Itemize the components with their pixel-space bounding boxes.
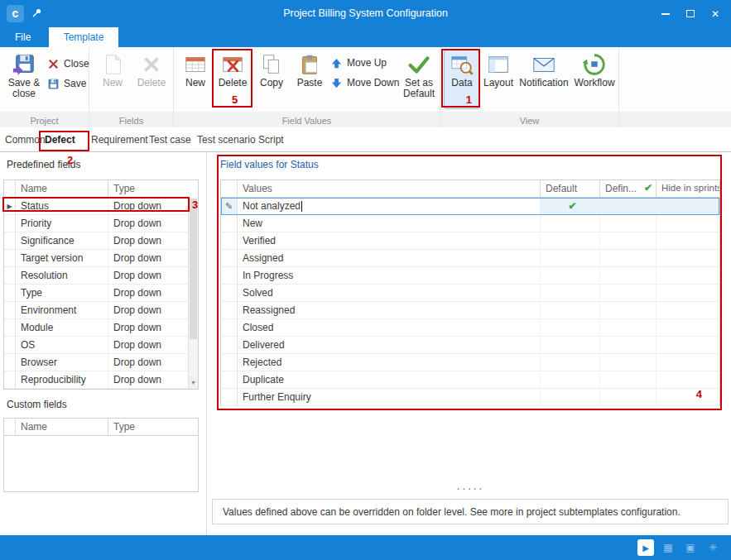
column-header-name[interactable]: Name [16, 419, 108, 435]
value-row[interactable]: New [221, 215, 719, 232]
value-row[interactable]: Further Enquiry [221, 389, 719, 406]
panel-splitter-handle[interactable]: ····· [220, 483, 720, 493]
predefined-row[interactable]: Significance Drop down [4, 232, 189, 250]
default-cell[interactable] [541, 250, 600, 266]
field-values-delete-button[interactable]: Delete [214, 50, 252, 109]
fields-delete-button[interactable]: Delete [132, 50, 171, 109]
hide-in-sprints-cell[interactable] [656, 215, 719, 232]
column-header-type[interactable]: Type [108, 419, 198, 435]
tab-defect[interactable]: Defect [45, 127, 75, 152]
column-header-defines[interactable]: Defin... ✔ [600, 180, 656, 197]
hide-in-sprints-cell[interactable] [656, 354, 719, 371]
value-row[interactable]: Verified [221, 232, 719, 250]
value-row[interactable]: Duplicate [221, 371, 719, 389]
value-row[interactable]: Rejected [221, 354, 719, 371]
statusbar-grid-icon[interactable]: ▦ [660, 539, 676, 556]
scrollbar-thumb[interactable] [190, 199, 197, 339]
value-row[interactable]: In Progress [221, 267, 719, 285]
copy-button[interactable]: Copy [255, 50, 288, 109]
value-row-editing[interactable]: ✎ Not analyzed ✔ [221, 198, 719, 215]
tab-script[interactable]: Script [258, 127, 284, 152]
defines-cell[interactable] [600, 215, 656, 232]
default-cell[interactable] [541, 267, 600, 284]
close-project-button[interactable]: Close [45, 55, 92, 73]
set-as-default-button[interactable]: Set as Default [399, 50, 439, 109]
defines-cell[interactable] [600, 285, 656, 301]
field-values-new-button[interactable]: New [179, 50, 212, 109]
defines-cell[interactable] [600, 319, 656, 336]
hide-in-sprints-cell[interactable] [656, 267, 719, 284]
column-header-type[interactable]: Type [108, 180, 189, 197]
fields-new-button[interactable]: New [96, 50, 129, 109]
predefined-grid-scrollbar[interactable]: ▼ [188, 198, 198, 389]
maximize-button[interactable] [678, 0, 703, 27]
value-row[interactable]: Reassigned [221, 302, 719, 319]
paste-button[interactable]: Paste [291, 50, 328, 109]
default-cell[interactable] [541, 371, 600, 388]
value-row[interactable]: Closed [221, 319, 719, 337]
value-row[interactable]: Assigned [221, 250, 719, 267]
default-cell[interactable] [541, 319, 600, 336]
defines-cell[interactable] [600, 337, 656, 353]
workflow-view-button[interactable]: Workflow [573, 50, 616, 109]
predefined-row[interactable]: Environment Drop down [4, 302, 189, 319]
minimize-button[interactable] [653, 0, 678, 27]
tab-test-case[interactable]: Test case [149, 127, 191, 152]
value-row[interactable]: Solved [221, 285, 719, 302]
default-cell[interactable] [541, 389, 600, 405]
predefined-row[interactable]: Type Drop down [4, 285, 189, 302]
predefined-row[interactable]: Resolution Drop down [4, 267, 189, 285]
ribbon-tab-template[interactable]: Template [49, 27, 119, 47]
hide-in-sprints-cell[interactable] [656, 302, 719, 318]
hide-in-sprints-cell[interactable] [656, 250, 719, 266]
hide-in-sprints-cell[interactable] [656, 371, 719, 388]
notification-view-button[interactable]: Notification [517, 50, 571, 109]
defines-cell[interactable] [600, 232, 656, 249]
column-header-name[interactable]: Name [16, 180, 108, 197]
statusbar-effects-icon[interactable]: ✳ [705, 539, 721, 556]
defines-cell[interactable] [600, 389, 656, 405]
tab-test-scenario[interactable]: Test scenario [197, 127, 256, 152]
tab-requirement[interactable]: Requirement [91, 127, 148, 152]
predefined-row[interactable]: Module Drop down [4, 319, 189, 337]
defines-cell[interactable] [600, 267, 656, 284]
default-cell[interactable] [541, 302, 600, 318]
move-up-button[interactable]: Move Up [328, 54, 389, 72]
statusbar-pointer-icon[interactable]: ▶ [637, 539, 654, 556]
defines-cell[interactable] [600, 198, 656, 214]
defines-cell[interactable] [600, 354, 656, 371]
hide-in-sprints-cell[interactable] [656, 198, 719, 214]
tab-common[interactable]: Common [5, 127, 46, 152]
close-button[interactable]: ✕ [703, 0, 728, 27]
statusbar-image-icon[interactable]: ▣ [682, 539, 699, 556]
default-cell[interactable] [541, 354, 600, 371]
default-cell[interactable]: ✔ [541, 198, 600, 214]
save-and-close-button[interactable]: Save & close [3, 50, 45, 109]
defines-cell[interactable] [600, 250, 656, 266]
save-button[interactable]: Save [45, 74, 89, 93]
move-down-button[interactable]: Move Down [328, 74, 402, 92]
column-header-default[interactable]: Default [541, 180, 600, 197]
predefined-row[interactable]: Reproducibility Drop down [4, 371, 189, 389]
defines-cell[interactable] [600, 371, 656, 388]
hide-in-sprints-cell[interactable] [656, 389, 719, 405]
default-cell[interactable] [541, 337, 600, 353]
column-header-values[interactable]: Values [238, 180, 541, 197]
predefined-row[interactable]: Target version Drop down [4, 250, 189, 267]
hide-in-sprints-cell[interactable] [656, 285, 719, 301]
defines-cell[interactable] [600, 302, 656, 318]
hide-in-sprints-cell[interactable] [656, 337, 719, 353]
hide-in-sprints-cell[interactable] [656, 319, 719, 336]
default-cell[interactable] [541, 232, 600, 249]
column-header-hide-in-sprints[interactable]: Hide in sprints [656, 180, 719, 197]
hide-in-sprints-cell[interactable] [656, 232, 719, 249]
predefined-row[interactable]: Priority Drop down [4, 215, 189, 232]
predefined-row[interactable]: Browser Drop down [4, 354, 189, 371]
value-editor[interactable]: Not analyzed [238, 198, 541, 214]
predefined-row-status[interactable]: ▶ Status Drop down [4, 198, 189, 215]
default-cell[interactable] [541, 215, 600, 232]
layout-view-button[interactable]: Layout [482, 50, 515, 109]
scroll-down-button[interactable]: ▼ [189, 376, 198, 389]
predefined-row[interactable]: OS Drop down [4, 337, 189, 354]
value-row[interactable]: Delivered [221, 337, 719, 354]
